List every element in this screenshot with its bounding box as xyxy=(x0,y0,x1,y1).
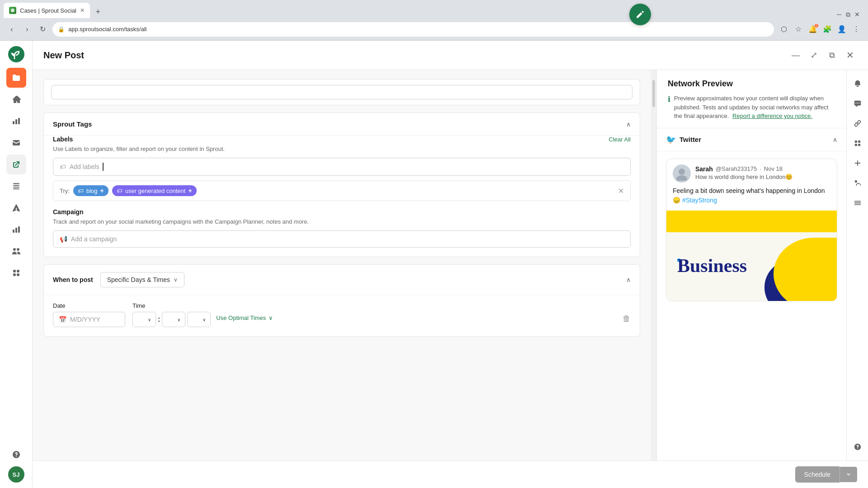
twitter-bird-icon: 🐦 xyxy=(666,135,676,145)
optimal-times-label: Use Optimal Times xyxy=(216,314,266,321)
twitter-preview-header: 🐦 Twitter ∧ xyxy=(657,128,846,151)
sidebar-item-apps[interactable] xyxy=(6,263,26,283)
right-sidebar-notifications[interactable] xyxy=(849,75,866,92)
svg-point-3 xyxy=(679,169,685,175)
date-input[interactable]: 📅 M/D/YYYY xyxy=(53,312,125,327)
campaign-title: Campaign xyxy=(53,208,631,216)
network-preview-header: Network Preview ℹ Preview approximates h… xyxy=(657,70,846,128)
sidebar-item-pin[interactable] xyxy=(6,155,26,174)
preview-description: Preview approximates how your content wi… xyxy=(674,94,835,121)
sprout-tags-header[interactable]: Sprout Tags ∧ xyxy=(44,113,640,135)
tab-close-button[interactable]: ✕ xyxy=(80,7,85,14)
labels-header: Labels Clear All xyxy=(53,136,631,143)
grid-icon xyxy=(854,139,862,147)
report-difference-link[interactable]: Report a difference you notice. xyxy=(732,113,812,119)
window-restore-button[interactable]: ⧉ xyxy=(844,11,852,18)
yellow-bar xyxy=(666,211,837,232)
expand-button[interactable]: ⤢ xyxy=(807,48,821,62)
sprout-logo[interactable] xyxy=(8,46,24,62)
blog-tag-label: blog xyxy=(86,188,98,194)
close-panel-button[interactable]: ✕ xyxy=(843,48,857,62)
add-icon xyxy=(854,159,862,167)
time-inputs-row: ∨ : ∨ xyxy=(132,312,273,327)
yellow-semicircle-shape xyxy=(774,238,837,301)
bookmark-button[interactable]: ☆ xyxy=(792,23,805,36)
right-sidebar-grid[interactable] xyxy=(849,135,866,151)
labels-description: Use Labels to organize, filter and repor… xyxy=(53,145,631,152)
sidebar-item-send[interactable] xyxy=(6,198,26,218)
right-sidebar-question[interactable] xyxy=(849,439,866,455)
hour-chevron-icon: ∨ xyxy=(148,317,151,322)
add-labels-placeholder: Add labels xyxy=(70,163,99,170)
schedule-button-group: Schedule xyxy=(795,466,857,483)
schedule-dropdown-arrow-icon: ∨ xyxy=(174,277,178,283)
window-minimize-button[interactable]: ─ xyxy=(835,11,843,18)
top-input-field[interactable] xyxy=(51,85,632,99)
panel-action-buttons: — ⤢ ⧉ ✕ xyxy=(788,48,857,62)
sprout-tags-title: Sprout Tags xyxy=(53,120,92,128)
twitter-section-chevron-icon[interactable]: ∧ xyxy=(833,136,837,143)
ugc-tag-label: user generated content xyxy=(125,188,186,194)
suggestions-dismiss-button[interactable]: ✕ xyxy=(618,187,624,195)
ugc-tag-add-icon: + xyxy=(188,187,192,194)
sidebar-item-home[interactable] xyxy=(6,89,26,109)
schedule-type-dropdown[interactable]: Specific Days & Times ∨ xyxy=(100,272,184,287)
tab-bar: Cases | Sprout Social ✕ + ─ ⧉ ✕ xyxy=(0,0,868,18)
minute-select[interactable]: ∨ xyxy=(162,312,185,327)
svg-point-1 xyxy=(8,46,24,62)
when-left-controls: When to post Specific Days & Times ∨ xyxy=(53,272,184,287)
when-to-post-chevron-icon[interactable]: ∧ xyxy=(626,276,631,283)
schedule-button[interactable]: Schedule xyxy=(795,466,840,483)
editor-scroll-thumb[interactable] xyxy=(652,80,655,107)
use-optimal-times-button[interactable]: Use Optimal Times ∨ xyxy=(216,314,273,325)
cast-button[interactable]: ⬡ xyxy=(778,23,790,36)
minimize-button[interactable]: — xyxy=(788,48,803,62)
twitter-label-group: 🐦 Twitter xyxy=(666,135,701,145)
active-tab[interactable]: Cases | Sprout Social ✕ xyxy=(4,3,90,18)
campaign-description: Track and report on your social marketin… xyxy=(53,218,631,225)
window-close-button[interactable]: ✕ xyxy=(854,11,861,18)
sidebar-item-users[interactable] xyxy=(6,241,26,261)
svg-point-4 xyxy=(676,175,687,181)
sidebar-item-list[interactable] xyxy=(6,176,26,196)
schedule-dropdown-button[interactable] xyxy=(840,467,857,482)
reload-button[interactable]: ↻ xyxy=(36,23,49,36)
right-sidebar-add[interactable] xyxy=(849,155,866,171)
browser-menu-button[interactable]: ⋮ xyxy=(850,23,863,36)
blog-suggestion-tag[interactable]: 🏷 blog + xyxy=(73,185,108,196)
campaign-section: Campaign Track and report on your social… xyxy=(53,208,631,248)
clear-all-button[interactable]: Clear All xyxy=(609,136,631,143)
right-sidebar-link[interactable] xyxy=(849,115,866,131)
add-campaign-input[interactable]: 📢 Add a campaign xyxy=(53,230,631,248)
app-container: SJ New Post — ⤢ ⧉ ✕ xyxy=(0,41,868,488)
right-sidebar-activity[interactable] xyxy=(849,95,866,112)
sidebar-item-question[interactable] xyxy=(6,445,26,465)
back-button[interactable]: ‹ xyxy=(5,23,18,36)
main-content: New Post — ⤢ ⧉ ✕ xyxy=(33,41,868,488)
delete-datetime-button[interactable]: 🗑 xyxy=(623,314,631,327)
copy-button[interactable]: ⧉ xyxy=(825,48,839,62)
tweet-user-info: Sarah @Sarah233175 · Nov 18 How is world… xyxy=(695,165,793,182)
browser-profile-button[interactable]: 👤 xyxy=(835,23,848,36)
right-sidebar-keyboard[interactable] xyxy=(849,195,866,211)
sprout-tags-chevron-icon: ∧ xyxy=(626,121,631,128)
ugc-suggestion-tag[interactable]: 🏷 user generated content + xyxy=(112,185,197,196)
time-field-label: Time xyxy=(132,302,273,309)
extensions-button[interactable]: 🧩 xyxy=(821,23,834,36)
try-label: Try: xyxy=(60,188,70,194)
forward-button[interactable]: › xyxy=(21,23,33,36)
editor-scrollbar[interactable] xyxy=(651,70,656,460)
profile-badge-button[interactable]: 🔔 1 xyxy=(807,23,819,36)
user-avatar[interactable]: SJ xyxy=(8,466,24,483)
ampm-select[interactable]: ∨ xyxy=(187,312,211,327)
new-tab-button[interactable]: + xyxy=(92,5,104,18)
sidebar-item-bar-chart[interactable] xyxy=(6,220,26,239)
hour-select[interactable]: ∨ xyxy=(132,312,156,327)
address-bar[interactable]: 🔒 app.sproutsocial.com/tasks/all xyxy=(52,22,774,37)
right-sidebar-user-check[interactable] xyxy=(849,175,866,191)
sidebar-item-inbox[interactable] xyxy=(6,133,26,153)
add-labels-input[interactable]: 🏷 Add labels xyxy=(53,158,631,176)
sidebar-item-folder[interactable] xyxy=(6,68,26,88)
sidebar-item-analytics[interactable] xyxy=(6,111,26,131)
campaign-megaphone-icon: 📢 xyxy=(60,235,67,243)
